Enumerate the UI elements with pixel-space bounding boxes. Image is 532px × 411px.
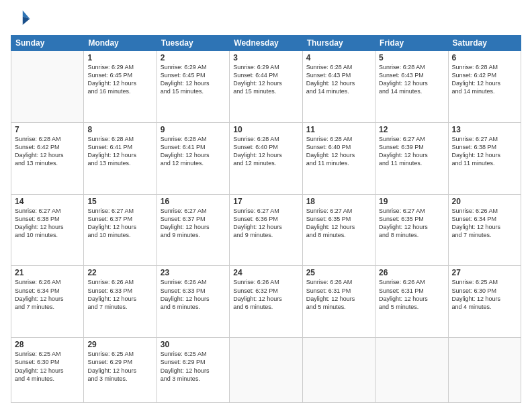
day-number: 28 xyxy=(15,340,80,349)
day-number: 30 xyxy=(161,340,226,349)
calendar-cell: 1Sunrise: 6:29 AM Sunset: 6:45 PM Daylig… xyxy=(84,51,157,123)
calendar-cell: 3Sunrise: 6:29 AM Sunset: 6:44 PM Daylig… xyxy=(230,51,302,123)
page: SundayMondayTuesdayWednesdayThursdayFrid… xyxy=(0,0,532,411)
day-info: Sunrise: 6:28 AM Sunset: 6:41 PM Dayligh… xyxy=(161,135,226,168)
calendar-cell: 28Sunrise: 6:25 AM Sunset: 6:30 PM Dayli… xyxy=(11,338,84,403)
weekday-header: Friday xyxy=(375,36,448,51)
day-number: 12 xyxy=(379,125,444,134)
day-info: Sunrise: 6:25 AM Sunset: 6:29 PM Dayligh… xyxy=(161,350,226,383)
calendar-cell: 7Sunrise: 6:28 AM Sunset: 6:42 PM Daylig… xyxy=(11,122,84,194)
calendar-cell: 18Sunrise: 6:27 AM Sunset: 6:35 PM Dayli… xyxy=(302,194,375,266)
day-info: Sunrise: 6:25 AM Sunset: 6:29 PM Dayligh… xyxy=(87,350,152,383)
calendar-cell: 26Sunrise: 6:26 AM Sunset: 6:31 PM Dayli… xyxy=(375,266,448,338)
day-number: 9 xyxy=(161,125,226,134)
weekday-header: Monday xyxy=(84,36,157,51)
logo-icon xyxy=(11,8,32,30)
day-info: Sunrise: 6:27 AM Sunset: 6:35 PM Dayligh… xyxy=(379,207,444,240)
calendar-cell xyxy=(448,338,521,403)
calendar-cell: 8Sunrise: 6:28 AM Sunset: 6:41 PM Daylig… xyxy=(84,122,157,194)
day-info: Sunrise: 6:27 AM Sunset: 6:38 PM Dayligh… xyxy=(15,207,80,240)
calendar-cell: 5Sunrise: 6:28 AM Sunset: 6:43 PM Daylig… xyxy=(375,51,448,123)
day-info: Sunrise: 6:28 AM Sunset: 6:40 PM Dayligh… xyxy=(306,135,371,168)
calendar-table: SundayMondayTuesdayWednesdayThursdayFrid… xyxy=(11,35,521,403)
calendar-cell: 19Sunrise: 6:27 AM Sunset: 6:35 PM Dayli… xyxy=(375,194,448,266)
logo xyxy=(11,8,35,30)
calendar-cell: 2Sunrise: 6:29 AM Sunset: 6:45 PM Daylig… xyxy=(157,51,229,123)
calendar-cell: 9Sunrise: 6:28 AM Sunset: 6:41 PM Daylig… xyxy=(157,122,229,194)
day-info: Sunrise: 6:25 AM Sunset: 6:30 PM Dayligh… xyxy=(15,350,80,383)
calendar-cell: 22Sunrise: 6:26 AM Sunset: 6:33 PM Dayli… xyxy=(84,266,157,338)
calendar-cell: 21Sunrise: 6:26 AM Sunset: 6:34 PM Dayli… xyxy=(11,266,84,338)
day-info: Sunrise: 6:28 AM Sunset: 6:40 PM Dayligh… xyxy=(233,135,298,168)
day-info: Sunrise: 6:26 AM Sunset: 6:32 PM Dayligh… xyxy=(233,278,298,311)
day-info: Sunrise: 6:27 AM Sunset: 6:37 PM Dayligh… xyxy=(87,207,152,240)
day-number: 25 xyxy=(306,268,371,277)
calendar-cell: 4Sunrise: 6:28 AM Sunset: 6:43 PM Daylig… xyxy=(302,51,375,123)
day-info: Sunrise: 6:28 AM Sunset: 6:43 PM Dayligh… xyxy=(306,63,371,96)
day-number: 15 xyxy=(87,197,152,206)
day-number: 6 xyxy=(452,53,517,62)
calendar-cell: 30Sunrise: 6:25 AM Sunset: 6:29 PM Dayli… xyxy=(157,338,229,403)
calendar-cell: 15Sunrise: 6:27 AM Sunset: 6:37 PM Dayli… xyxy=(84,194,157,266)
calendar-cell: 27Sunrise: 6:25 AM Sunset: 6:30 PM Dayli… xyxy=(448,266,521,338)
day-number: 27 xyxy=(452,268,517,277)
calendar-cell xyxy=(375,338,448,403)
calendar-cell xyxy=(230,338,302,403)
weekday-header: Saturday xyxy=(448,36,521,51)
calendar-cell: 11Sunrise: 6:28 AM Sunset: 6:40 PM Dayli… xyxy=(302,122,375,194)
day-info: Sunrise: 6:29 AM Sunset: 6:44 PM Dayligh… xyxy=(233,63,298,96)
day-number: 7 xyxy=(15,125,80,134)
day-number: 21 xyxy=(15,268,80,277)
header xyxy=(11,8,521,30)
day-info: Sunrise: 6:26 AM Sunset: 6:31 PM Dayligh… xyxy=(306,278,371,311)
calendar-cell: 12Sunrise: 6:27 AM Sunset: 6:39 PM Dayli… xyxy=(375,122,448,194)
day-info: Sunrise: 6:28 AM Sunset: 6:42 PM Dayligh… xyxy=(452,63,517,96)
day-info: Sunrise: 6:27 AM Sunset: 6:35 PM Dayligh… xyxy=(306,207,371,240)
day-number: 4 xyxy=(306,53,371,62)
weekday-header: Thursday xyxy=(302,36,375,51)
day-info: Sunrise: 6:29 AM Sunset: 6:45 PM Dayligh… xyxy=(161,63,226,96)
day-info: Sunrise: 6:27 AM Sunset: 6:36 PM Dayligh… xyxy=(233,207,298,240)
day-info: Sunrise: 6:25 AM Sunset: 6:30 PM Dayligh… xyxy=(452,278,517,311)
day-number: 14 xyxy=(15,197,80,206)
calendar-cell: 14Sunrise: 6:27 AM Sunset: 6:38 PM Dayli… xyxy=(11,194,84,266)
calendar-cell: 16Sunrise: 6:27 AM Sunset: 6:37 PM Dayli… xyxy=(157,194,229,266)
day-info: Sunrise: 6:28 AM Sunset: 6:42 PM Dayligh… xyxy=(15,135,80,168)
day-info: Sunrise: 6:29 AM Sunset: 6:45 PM Dayligh… xyxy=(87,63,152,96)
day-number: 17 xyxy=(233,197,298,206)
day-number: 16 xyxy=(161,197,226,206)
weekday-header: Sunday xyxy=(11,36,84,51)
calendar-cell: 6Sunrise: 6:28 AM Sunset: 6:42 PM Daylig… xyxy=(448,51,521,123)
day-number: 19 xyxy=(379,197,444,206)
calendar-cell: 13Sunrise: 6:27 AM Sunset: 6:38 PM Dayli… xyxy=(448,122,521,194)
calendar-cell xyxy=(11,51,84,123)
day-number: 29 xyxy=(87,340,152,349)
day-number: 20 xyxy=(452,197,517,206)
day-info: Sunrise: 6:26 AM Sunset: 6:31 PM Dayligh… xyxy=(379,278,444,311)
day-info: Sunrise: 6:28 AM Sunset: 6:43 PM Dayligh… xyxy=(379,63,444,96)
calendar-cell: 10Sunrise: 6:28 AM Sunset: 6:40 PM Dayli… xyxy=(230,122,302,194)
day-info: Sunrise: 6:26 AM Sunset: 6:34 PM Dayligh… xyxy=(15,278,80,311)
day-number: 22 xyxy=(87,268,152,277)
weekday-header: Tuesday xyxy=(157,36,229,51)
day-number: 10 xyxy=(233,125,298,134)
calendar-cell xyxy=(302,338,375,403)
day-info: Sunrise: 6:28 AM Sunset: 6:41 PM Dayligh… xyxy=(87,135,152,168)
day-info: Sunrise: 6:27 AM Sunset: 6:39 PM Dayligh… xyxy=(379,135,444,168)
day-info: Sunrise: 6:26 AM Sunset: 6:33 PM Dayligh… xyxy=(87,278,152,311)
calendar-cell: 25Sunrise: 6:26 AM Sunset: 6:31 PM Dayli… xyxy=(302,266,375,338)
day-info: Sunrise: 6:27 AM Sunset: 6:37 PM Dayligh… xyxy=(161,207,226,240)
day-number: 2 xyxy=(161,53,226,62)
day-info: Sunrise: 6:26 AM Sunset: 6:33 PM Dayligh… xyxy=(161,278,226,311)
calendar-cell: 29Sunrise: 6:25 AM Sunset: 6:29 PM Dayli… xyxy=(84,338,157,403)
calendar-cell: 17Sunrise: 6:27 AM Sunset: 6:36 PM Dayli… xyxy=(230,194,302,266)
calendar-cell: 24Sunrise: 6:26 AM Sunset: 6:32 PM Dayli… xyxy=(230,266,302,338)
day-number: 1 xyxy=(87,53,152,62)
day-number: 13 xyxy=(452,125,517,134)
day-number: 26 xyxy=(379,268,444,277)
day-info: Sunrise: 6:26 AM Sunset: 6:34 PM Dayligh… xyxy=(452,207,517,240)
day-number: 18 xyxy=(306,197,371,206)
day-number: 23 xyxy=(161,268,226,277)
weekday-header: Wednesday xyxy=(230,36,302,51)
calendar-cell: 23Sunrise: 6:26 AM Sunset: 6:33 PM Dayli… xyxy=(157,266,229,338)
